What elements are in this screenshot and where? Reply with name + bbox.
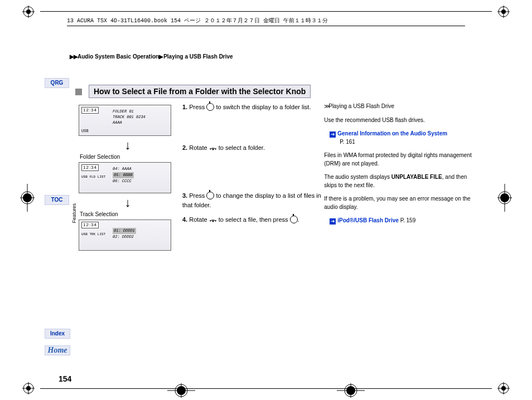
breadcrumb-arrow-icon: ▶	[159, 53, 163, 60]
breadcrumb-page: Playing a USB Flash Drive	[163, 53, 233, 60]
crop-mark-icon	[497, 382, 510, 394]
svg-point-29	[345, 384, 357, 397]
target-icon	[20, 184, 35, 212]
rotate-knob-icon	[209, 145, 217, 151]
press-knob-icon	[206, 192, 214, 199]
section-bullet-icon	[75, 89, 82, 95]
xref-icon: ➔	[330, 131, 336, 138]
display-line: 04: AAAA	[113, 166, 134, 172]
svg-point-16	[23, 193, 32, 202]
svg-point-20	[500, 193, 509, 202]
caption-track-selection: Track Selection	[80, 211, 177, 217]
side-note-column: ≫Playing a USB Flash Drive Use the recom…	[324, 103, 477, 256]
source-file-header: 13 ACURA TSX 4D-31TL16400.book 154 ページ ２…	[67, 17, 465, 26]
press-knob-icon	[206, 103, 214, 111]
step-2: 2. Rotate to select a folder.	[182, 143, 324, 153]
rotate-knob-icon	[209, 217, 217, 223]
svg-point-5	[501, 9, 506, 14]
qrg-link[interactable]: QRG	[45, 78, 69, 88]
index-link[interactable]: Index	[45, 329, 70, 339]
step-1: 1. Press to switch the display to a fold…	[182, 103, 324, 112]
down-arrow-icon: ↓	[79, 196, 177, 210]
svg-point-17	[21, 192, 33, 204]
side-paragraph: The audio system displays UNPLAYABLE FIL…	[324, 173, 477, 189]
display-line: 06: CCCC	[113, 178, 134, 184]
display-line-selected: 01: DDDD1	[113, 228, 136, 234]
target-icon	[497, 184, 512, 212]
side-paragraph: Use the recommended USB flash drives.	[324, 116, 477, 125]
step-4: 4. Rotate to select a file, then press .	[182, 215, 324, 225]
breadcrumb-arrow-icon: ▶▶	[70, 53, 78, 60]
xref-link-ipod-usb[interactable]: iPod®/USB Flash Drive	[337, 217, 400, 223]
display-screen-2: 12:34 04: AAAA 05: BBBB 06: CCCC USB FLD…	[79, 162, 171, 193]
svg-point-0	[23, 7, 33, 17]
crop-mark-icon	[22, 382, 35, 394]
display-mode: USB FLD LIST	[81, 175, 105, 179]
target-icon	[337, 383, 365, 398]
caption-folder-selection: Folder Selection	[80, 154, 177, 160]
display-screen-1: 12:34 FOLDER 01 TRACK 001 0234 AAAA USB	[79, 105, 171, 136]
display-line: AAAA	[113, 120, 146, 125]
display-line-selected: 05: BBBB	[113, 172, 134, 178]
svg-point-25	[175, 384, 187, 397]
svg-point-9	[26, 386, 31, 391]
target-icon	[167, 383, 195, 398]
display-line: TRACK 001 0234	[113, 114, 146, 120]
side-paragraph: If there is a problem, you may see an er…	[324, 195, 477, 211]
unplayable-file-label: UNPLAYABLE FILE	[391, 174, 442, 180]
display-mode: USB	[81, 129, 89, 133]
xref-page: P. 159	[400, 217, 416, 223]
xref-page: P. 161	[340, 139, 355, 145]
down-arrow-icon: ↓	[79, 138, 177, 153]
svg-point-24	[177, 386, 186, 395]
page-number: 154	[59, 374, 71, 383]
xref-icon: ➔	[330, 218, 336, 225]
step-3: 3. Press to change the display to a list…	[182, 191, 324, 209]
display-line: 02: DDDD2	[113, 234, 136, 240]
svg-point-12	[499, 383, 509, 393]
xref-link-audio-info[interactable]: General Information on the Audio System	[337, 130, 447, 136]
display-mode: USB TRK LIST	[81, 232, 105, 236]
svg-point-13	[501, 386, 506, 391]
svg-point-28	[346, 386, 355, 395]
clock-readout: 12:34	[81, 164, 99, 171]
section-heading-row: How to Select a File from a Folder with …	[75, 85, 477, 98]
svg-point-1	[26, 9, 31, 14]
side-paragraph: Files in WMA format protected by digital…	[324, 152, 477, 168]
crop-mark-icon	[22, 6, 35, 18]
clock-readout: 12:34	[81, 222, 99, 228]
display-screen-3: 12:34 01: DDDD1 02: DDDD2 USB TRK LIST	[79, 219, 171, 251]
crop-mark-icon	[497, 6, 510, 18]
home-link[interactable]: Home	[45, 345, 70, 355]
svg-point-33	[212, 221, 214, 222]
press-knob-icon	[290, 216, 298, 223]
side-heading: Playing a USB Flash Drive	[328, 103, 394, 109]
svg-point-8	[23, 383, 33, 393]
clock-readout: 12:34	[81, 107, 99, 114]
breadcrumb-section: Audio System Basic Operation	[78, 53, 159, 60]
section-title: How to Select a File from a Folder with …	[89, 85, 311, 98]
breadcrumb: ▶▶Audio System Basic Operation▶Playing a…	[70, 53, 233, 60]
display-line: FOLDER 01	[113, 109, 146, 114]
svg-point-32	[212, 148, 214, 150]
toc-link[interactable]: TOC	[45, 195, 69, 205]
svg-point-21	[499, 192, 511, 204]
instruction-column: 1. Press to switch the display to a fold…	[177, 103, 324, 256]
svg-point-4	[499, 7, 509, 17]
display-diagram-column: 12:34 FOLDER 01 TRACK 001 0234 AAAA USB …	[75, 103, 177, 256]
